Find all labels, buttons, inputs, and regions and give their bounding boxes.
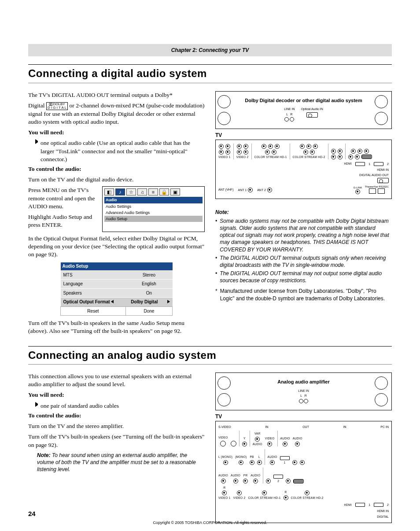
hdmi-port-icon-1 (355, 162, 365, 166)
port-label-cshd1: COLOR STREAM HD-1 (254, 155, 287, 159)
port-label-video2: VIDEO 2 (236, 155, 249, 159)
rca-icon (331, 149, 336, 154)
port-group: L (257, 455, 262, 465)
divider (277, 431, 278, 446)
audio-setup-sel-value: Dolby Digital (125, 298, 163, 307)
out-label: OUT (302, 425, 309, 429)
chapter-header: Chapter 2: Connecting your TV (28, 44, 392, 56)
ant-area: ANT (VHF) ANT 1 ANT 2 G-LINK TheaterNet … (218, 185, 389, 195)
rca-icon (313, 144, 318, 149)
rs232c-label: RS232C (379, 185, 389, 188)
divider (251, 144, 252, 159)
audio-lbl4: AUDIO (268, 455, 277, 459)
video1-lbl: VIDEO 1 (218, 496, 231, 500)
divider (328, 144, 328, 159)
hdmi-area: HDMI 1 2 (218, 162, 389, 166)
rca-icon (253, 479, 258, 483)
rca-icon (286, 479, 291, 483)
digital-audio-out: DIGITAL AUDIO OUT (218, 173, 389, 183)
cshd1-lbl: COLOR STREAM HD-1 (248, 496, 281, 500)
port-label: VIDEO (218, 436, 228, 440)
rca-icon (306, 144, 311, 149)
divider (233, 144, 234, 159)
tv2-row2: L (MONO) (MONO) PB L (218, 449, 389, 465)
port-group: AUDIO (268, 455, 277, 465)
tv-label: TV (215, 132, 392, 139)
rca-icon (219, 144, 224, 149)
line-in-group: LINE IN L R (284, 107, 295, 122)
osd-tab-icon: ♪ (115, 188, 125, 195)
rca-icon (239, 460, 243, 465)
speaker-left-icon (217, 95, 232, 125)
rca-icon (223, 460, 228, 465)
footnote-text: Manufactured under license from Dolby La… (220, 288, 392, 302)
s1-need-item: one optical audio cable (Use an optical … (35, 139, 205, 163)
pr-lbl: PR (243, 474, 248, 478)
port-group: L (MONO) (218, 455, 232, 465)
section1-left-col: The TV's DIGITAL AUDIO OUT terminal outp… (28, 91, 205, 338)
s2-inline-note: Note: To hear sound when using an extern… (37, 452, 205, 473)
port-group: R (284, 490, 288, 500)
divider (345, 144, 346, 159)
rca-icon (233, 479, 238, 483)
comp-icon (255, 437, 260, 442)
hdmi-area-2: HDMI 1 2 (218, 503, 389, 507)
osd-tab-icon: ♫ (137, 188, 147, 195)
osd-tabbar: ◧ ♪ ☆ ♫ ≡ 🔒 ▣ (104, 188, 203, 195)
s1-optical-output-format: In the Optical Output Format field, sele… (28, 235, 205, 259)
port-group: AUDIO (218, 474, 228, 483)
osd-tab-icon: ◧ (104, 188, 114, 195)
rca-icon (338, 155, 343, 159)
mono-lbl2: (MONO) (235, 455, 247, 459)
rca-icon (348, 155, 353, 159)
bullet-icon (35, 139, 38, 144)
tv2-row1: VIDEO Y VAR AUDIO (218, 431, 389, 446)
r-label: R (291, 113, 293, 116)
audio-lbl: AUDIO (253, 442, 262, 446)
hdmi-label: HDMI (344, 162, 352, 166)
note-text-1: Some audio systems may not be compatible… (220, 218, 392, 253)
osd-tab-icon: ☆ (126, 188, 136, 195)
ant-vhf-label: ANT (VHF) (218, 188, 233, 192)
mono-lbl: (MONO) (221, 455, 232, 458)
s2-need-text: one pair of standard audio cables (41, 402, 119, 410)
s1-control-heading: To control the audio: (28, 165, 205, 173)
port-group: COLOR STREAM HD-1 (248, 490, 281, 500)
rca-icon (222, 490, 227, 495)
osd-item: Advanced Audio Settings (104, 210, 203, 216)
hdmi-label-2: HDMI (344, 503, 352, 507)
rca-icon (305, 490, 309, 495)
rca-icon (300, 460, 305, 465)
in-label: IN (265, 425, 268, 429)
page-footer: 24 Copyright © 2005 TOSHIBA CORPORATION.… (28, 509, 392, 525)
rca-icon (355, 155, 360, 159)
line-in-label: LINE IN (298, 389, 309, 393)
notes-block: Note: •Some audio systems may not be com… (215, 209, 392, 302)
ant2-group: ANT 2 (257, 188, 272, 192)
section1-columns: The TV's DIGITAL AUDIO OUT terminal outp… (28, 91, 392, 338)
port-group (293, 479, 304, 483)
port-group-video1: VIDEO 1 (218, 144, 231, 159)
audio-setup-reset-button: Reset (61, 306, 126, 316)
hdmi-slot-small (280, 456, 290, 460)
osd-head: Audio (104, 197, 203, 203)
port-group: AUDIO (251, 474, 260, 483)
section-heading-digital-audio: Connecting a digital audio system (28, 64, 392, 83)
rca-icon (284, 495, 288, 500)
optical-port-icon (306, 112, 318, 118)
s2-note-body: To hear sound when using an external aud… (37, 452, 196, 472)
page: Chapter 2: Connecting your TV Connecting… (0, 0, 420, 531)
tv-panel-top-row: VIDEO 1 VIDEO 2 COLOR STREAM HD-1 (218, 144, 389, 159)
rca-icon (225, 144, 230, 149)
rca-icon (243, 144, 248, 149)
note-item: •The DIGITAL AUDIO OUT terminal outputs … (215, 254, 392, 269)
tv-label-2: TV (215, 413, 392, 420)
section1-right-col: Dolby Digital decoder or other digital a… (215, 91, 392, 338)
l-lbl: L (218, 455, 220, 458)
port-group (266, 479, 271, 483)
rca-icon (338, 149, 343, 154)
optical-in-group: Optical Audio IN (301, 107, 323, 122)
rca-icon (219, 150, 224, 155)
in-label-2: IN (343, 425, 346, 429)
port-group: VIDEO (218, 436, 228, 446)
